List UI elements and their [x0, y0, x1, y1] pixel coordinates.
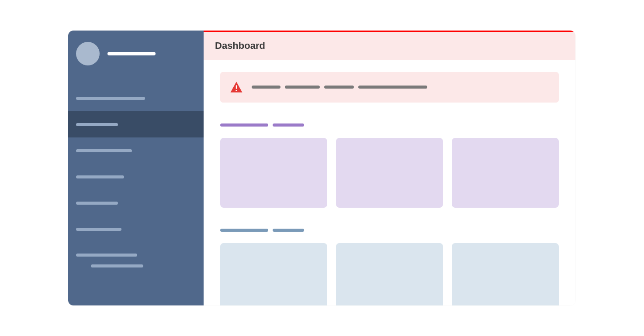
section-blue [220, 229, 559, 305]
sidebar-header [68, 31, 204, 77]
card[interactable] [336, 243, 443, 305]
card[interactable] [220, 243, 327, 305]
card[interactable] [220, 138, 327, 208]
svg-point-1 [235, 90, 237, 91]
card-row [220, 243, 559, 305]
main: Dashboard [204, 31, 575, 305]
sidebar-item-3[interactable] [68, 164, 204, 190]
sidebar-item-2[interactable] [68, 137, 204, 164]
sidebar-item-label [76, 175, 124, 178]
section-heading [220, 123, 559, 127]
warning-triangle-icon [230, 81, 243, 93]
topbar: Dashboard [204, 31, 575, 60]
card[interactable] [336, 138, 443, 208]
sidebar-item-label [76, 228, 121, 231]
sidebar-item-label [76, 123, 118, 126]
section-heading-segment [273, 123, 304, 127]
sidebar-subitem-label[interactable] [91, 264, 143, 267]
svg-rect-0 [236, 86, 237, 89]
alert-text-segment [252, 86, 280, 89]
section-heading [220, 229, 559, 232]
section-purple [220, 123, 559, 208]
sidebar-item-1[interactable] [68, 111, 204, 137]
card[interactable] [452, 243, 559, 305]
section-heading-segment [220, 123, 268, 127]
user-name [107, 52, 156, 55]
app-container: Dashboard [68, 31, 575, 305]
avatar[interactable] [76, 42, 100, 65]
sidebar-item-4[interactable] [68, 190, 204, 216]
sidebar-nav [68, 77, 204, 267]
alert-text-segment [358, 86, 427, 89]
sidebar-item-5[interactable] [68, 216, 204, 242]
content [204, 60, 575, 305]
sidebar-item-label [76, 202, 118, 205]
sidebar-item-label [76, 254, 137, 257]
alert-text-segment [324, 86, 354, 89]
card[interactable] [452, 138, 559, 208]
sidebar-item-label [76, 97, 145, 100]
sidebar-item-6[interactable] [68, 242, 204, 267]
card-row [220, 138, 559, 208]
alert-banner [220, 72, 559, 103]
sidebar-item-0[interactable] [68, 85, 204, 111]
page-title: Dashboard [215, 40, 265, 51]
section-heading-segment [273, 229, 304, 232]
alert-text [252, 86, 427, 89]
alert-text-segment [285, 86, 320, 89]
section-heading-segment [220, 229, 268, 232]
sidebar [68, 31, 204, 305]
sidebar-item-label [76, 149, 132, 152]
